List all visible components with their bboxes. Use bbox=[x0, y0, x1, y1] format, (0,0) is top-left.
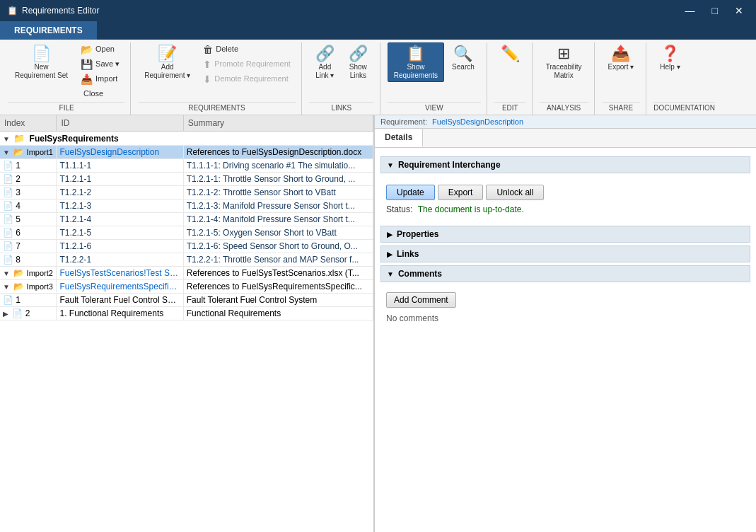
interchange-content: Update Export Unlock all Status: The doc… bbox=[380, 176, 750, 223]
links-group-label: LINKS bbox=[309, 102, 374, 112]
status-label: Status: bbox=[386, 204, 412, 214]
maximize-button[interactable]: □ bbox=[706, 4, 723, 18]
update-button[interactable]: Update bbox=[386, 185, 435, 200]
table-row[interactable]: ▼ 📁 FuelSysRequirements bbox=[0, 132, 373, 146]
row-index-7: 📄 7 bbox=[0, 240, 57, 253]
table-row[interactable]: 📄 6 T1.2.1-5 T1.2.1-5: Oxygen Sensor Sho… bbox=[0, 226, 373, 240]
properties-section[interactable]: ▶ Properties bbox=[380, 226, 750, 243]
id-header: ID bbox=[57, 115, 183, 132]
add-comment-button[interactable]: Add Comment bbox=[386, 292, 456, 308]
import2-index: ▼ 📂 Import2 bbox=[0, 267, 57, 280]
row-index-8: 📄 8 bbox=[0, 253, 57, 267]
requirements-group: 📝 Add Requirement ▾ 🗑 Delete ⬆ Promote R… bbox=[132, 42, 302, 115]
window-controls: — □ ✕ bbox=[680, 4, 749, 18]
table-row[interactable]: 📄 1 T1.1.1-1 T1.1.1-1: Driving scenario … bbox=[0, 159, 373, 173]
demote-requirement-button[interactable]: ⬇ Demote Requirement bbox=[198, 72, 296, 86]
tree-table-wrapper[interactable]: Index ID Summary ▼ 📁 FuelSysRequirements bbox=[0, 115, 373, 532]
doc-icon: 📄 bbox=[12, 308, 23, 318]
table-row[interactable]: 📄 4 T1.2.1-3 T1.2.1-3: Manifold Pressure… bbox=[0, 200, 373, 213]
row-summary-2: T1.2.1-1: Throttle Sensor Short to Groun… bbox=[183, 173, 373, 186]
close-button[interactable]: ✕ bbox=[729, 4, 749, 18]
table-row[interactable]: 📄 5 T1.2.1-4 T1.2.1-4: Manifold Pressure… bbox=[0, 213, 373, 226]
table-row[interactable]: ▼ 📂 Import1 FuelSysDesignDescription Ref… bbox=[0, 146, 373, 159]
edit-button[interactable]: ✏️ bbox=[494, 42, 526, 82]
edit-icon: ✏️ bbox=[501, 46, 520, 62]
open-button[interactable]: 📂 Open bbox=[76, 42, 124, 57]
export-interchange-button[interactable]: Export bbox=[438, 185, 484, 200]
show-requirements-button[interactable]: 📋 Show Requirements bbox=[388, 42, 444, 82]
summary-header: Summary bbox=[183, 115, 373, 132]
app-title: Requirements Editor bbox=[22, 6, 99, 16]
requirements-tab[interactable]: REQUIREMENTS bbox=[0, 21, 98, 40]
doc-icon: 📄 bbox=[3, 214, 13, 224]
comments-section[interactable]: ▼ Comments bbox=[380, 265, 750, 282]
row-id-8: T1.2.2-1 bbox=[57, 253, 183, 267]
row-summary-7: T1.2.1-6: Speed Sensor Short to Ground, … bbox=[183, 240, 373, 253]
row-id-6: T1.2.1-5 bbox=[57, 226, 183, 240]
row-id-5: T1.2.1-4 bbox=[57, 213, 183, 226]
show-links-button[interactable]: 🔗 Show Links bbox=[342, 42, 374, 82]
table-row[interactable]: 📄 2 T1.2.1-1 T1.2.1-1: Throttle Sensor S… bbox=[0, 173, 373, 186]
delete-icon: 🗑 bbox=[203, 45, 213, 54]
row-summary-1: T1.1.1-1: Driving scenario #1 The simula… bbox=[183, 159, 373, 173]
traceability-matrix-button[interactable]: ⊞ Traceability Matrix bbox=[540, 42, 588, 82]
doc-icon: 📄 bbox=[3, 295, 13, 305]
delete-button[interactable]: 🗑 Delete bbox=[198, 42, 296, 57]
import3-row1-id: Fault Tolerant Fuel Control System bbox=[57, 294, 183, 307]
details-tab[interactable]: Details bbox=[375, 129, 423, 147]
requirement-interchange-section[interactable]: ▼ Requirement Interchange bbox=[380, 156, 750, 173]
search-button[interactable]: 🔍 Search bbox=[446, 42, 481, 82]
import3-id: FuelSysRequirementsSpecification bbox=[57, 280, 183, 294]
add-link-icon: 🔗 bbox=[315, 46, 335, 62]
table-row[interactable]: ▼ 📂 Import2 FuelSysTestScenarios!Test Sc… bbox=[0, 267, 373, 280]
row-index-1: 📄 1 bbox=[0, 159, 57, 173]
row-id-7: T1.2.1-6 bbox=[57, 240, 183, 253]
import3-row1-summary: Fault Tolerant Fuel Control System bbox=[183, 294, 373, 307]
table-row[interactable]: 📄 7 T1.2.1-6 T1.2.1-6: Speed Sensor Shor… bbox=[0, 240, 373, 253]
promote-requirement-button[interactable]: ⬆ Promote Requirement bbox=[198, 57, 296, 71]
row-summary-3: T1.2.1-2: Throttle Sensor Short to VBatt bbox=[183, 186, 373, 200]
add-link-button[interactable]: 🔗 Add Link ▾ bbox=[309, 42, 341, 82]
import3-row2-index: ▶ 📄 2 bbox=[0, 307, 57, 320]
import-button[interactable]: 📥 Import bbox=[76, 72, 124, 86]
collapse-import2-icon[interactable]: ▼ bbox=[3, 270, 10, 277]
requirements-group-label: REQUIREMENTS bbox=[138, 102, 296, 112]
share-group: 📤 Export ▾ SHARE bbox=[596, 42, 647, 115]
links-section[interactable]: ▶ Links bbox=[380, 245, 750, 262]
doc-icon: 📄 bbox=[3, 241, 13, 251]
tab-bar: REQUIREMENTS bbox=[0, 21, 756, 40]
interchange-buttons: Update Export Unlock all bbox=[386, 185, 745, 200]
interchange-chevron: ▼ bbox=[387, 161, 394, 169]
table-row[interactable]: ▶ 📄 2 1. Functional Requirements Functio… bbox=[0, 307, 373, 320]
doc-icon: 📄 bbox=[3, 255, 13, 265]
collapse-import1-icon[interactable]: ▼ bbox=[3, 149, 10, 156]
status-value: The document is up-to-date. bbox=[418, 204, 524, 214]
documentation-group: ❓ Help ▾ DOCUMENTATION bbox=[648, 42, 721, 115]
app-icon: 📋 bbox=[7, 6, 18, 16]
expand-icon[interactable]: ▶ bbox=[3, 310, 8, 318]
table-row[interactable]: 📄 8 T1.2.2-1 T1.2.2-1: Throttle Sensor a… bbox=[0, 253, 373, 267]
root-folder-icon: 📁 bbox=[13, 133, 25, 144]
root-label: FuelSysRequirements bbox=[30, 134, 119, 144]
edit-group-label: EDIT bbox=[494, 102, 526, 112]
new-requirement-set-button[interactable]: 📄 New Requirement Set bbox=[8, 42, 74, 82]
import3-row2-id: 1. Functional Requirements bbox=[57, 307, 183, 320]
add-requirement-button[interactable]: 📝 Add Requirement ▾ bbox=[138, 42, 197, 82]
properties-title: Properties bbox=[397, 229, 438, 239]
table-row[interactable]: 📄 1 Fault Tolerant Fuel Control System F… bbox=[0, 294, 373, 307]
help-button[interactable]: ❓ Help ▾ bbox=[653, 42, 686, 82]
file-group: 📄 New Requirement Set 📂 Open 💾 Save ▾ 📥 … bbox=[3, 42, 131, 115]
collapse-import3-icon[interactable]: ▼ bbox=[3, 283, 10, 291]
import3-summary: References to FuelSysRequirementsSpecifi… bbox=[183, 280, 373, 294]
export-button[interactable]: 📤 Export ▾ bbox=[602, 42, 641, 82]
detail-tabs: Details bbox=[375, 129, 756, 148]
collapse-icon[interactable]: ▼ bbox=[3, 135, 10, 143]
table-row[interactable]: ▼ 📂 Import3 FuelSysRequirementsSpecifica… bbox=[0, 280, 373, 294]
open-icon: 📂 bbox=[81, 45, 93, 54]
table-row[interactable]: 📄 3 T1.2.1-2 T1.2.1-2: Throttle Sensor S… bbox=[0, 186, 373, 200]
save-button[interactable]: 💾 Save ▾ bbox=[76, 57, 124, 71]
unlock-all-button[interactable]: Unlock all bbox=[486, 185, 544, 200]
close-file-button[interactable]: Close bbox=[76, 87, 124, 100]
minimize-button[interactable]: — bbox=[680, 4, 701, 18]
import-icon: 📥 bbox=[81, 74, 93, 84]
